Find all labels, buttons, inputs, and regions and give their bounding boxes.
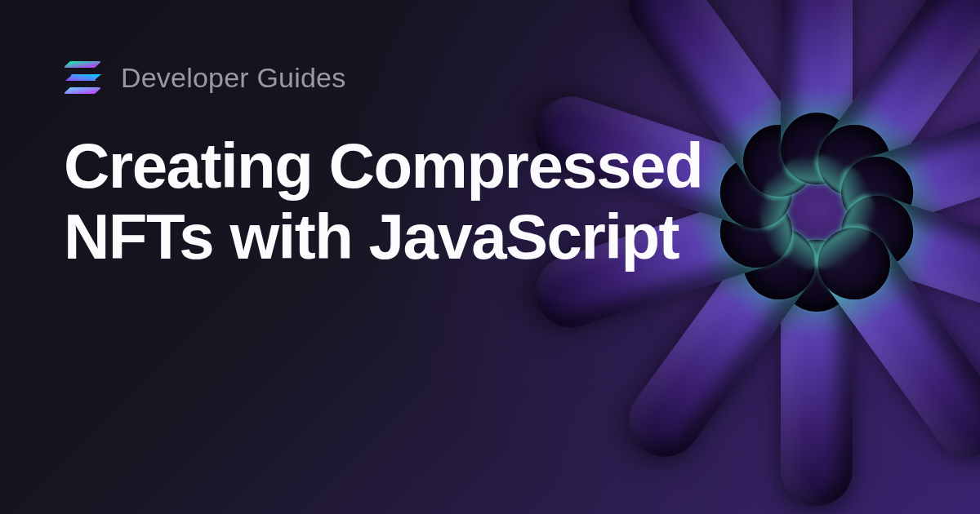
header: Developer Guides: [64, 60, 916, 95]
solana-logo-icon: [64, 60, 103, 95]
page-title: Creating Compressed NFTs with JavaScript: [64, 131, 799, 273]
category-label: Developer Guides: [121, 62, 345, 94]
content-area: Developer Guides Creating Compressed NFT…: [0, 0, 980, 334]
